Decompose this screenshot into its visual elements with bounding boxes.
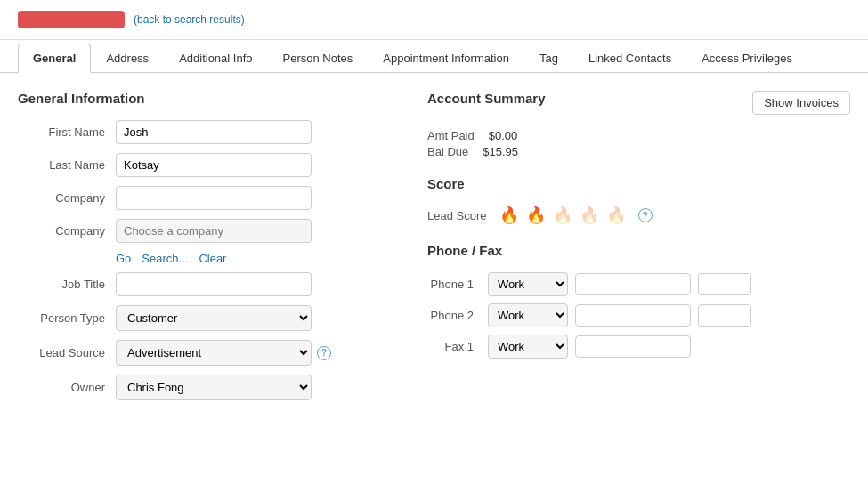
phone-2-type-select[interactable]: Work Home Mobile Fax Other bbox=[488, 303, 568, 327]
tab-general[interactable]: General bbox=[18, 44, 91, 73]
bal-due-value: $15.95 bbox=[483, 145, 518, 158]
tab-appointment-information[interactable]: Appointment Information bbox=[368, 44, 524, 73]
lead-source-help-icon[interactable]: ? bbox=[317, 346, 331, 360]
person-type-row: Person Type Customer Prospect Vendor Par… bbox=[18, 305, 392, 331]
tab-address[interactable]: Address bbox=[91, 44, 164, 73]
company-search-link[interactable]: Search... bbox=[142, 252, 188, 265]
flame-1[interactable]: 🔥 bbox=[499, 206, 519, 225]
owner-select[interactable]: Chris Fong bbox=[116, 375, 312, 400]
fax-1-label: Fax 1 bbox=[427, 340, 481, 353]
lead-score-row: Lead Score 🔥 🔥 🔥 🔥 🔥 ? bbox=[427, 206, 850, 225]
score-section: Score Lead Score 🔥 🔥 🔥 🔥 🔥 ? bbox=[427, 176, 850, 225]
amt-paid-row: Amt Paid $0.00 bbox=[427, 129, 850, 142]
left-panel: General Information First Name Last Name… bbox=[18, 91, 392, 409]
show-invoices-button[interactable]: Show Invoices bbox=[752, 91, 850, 115]
phone-fax-title: Phone / Fax bbox=[427, 243, 850, 258]
company-chooser[interactable]: Choose a company bbox=[116, 219, 312, 243]
tab-person-notes[interactable]: Person Notes bbox=[268, 44, 369, 73]
score-title: Score bbox=[427, 176, 850, 191]
phone-1-number-input[interactable] bbox=[575, 273, 691, 295]
first-name-input[interactable] bbox=[116, 120, 312, 144]
flame-4[interactable]: 🔥 bbox=[580, 206, 599, 225]
company-text-input[interactable] bbox=[116, 186, 312, 210]
tab-access-privileges[interactable]: Access Privileges bbox=[686, 44, 807, 73]
company-clear-link[interactable]: Clear bbox=[199, 252, 226, 265]
first-name-label: First Name bbox=[18, 125, 116, 139]
lead-score-help-icon[interactable]: ? bbox=[638, 208, 653, 222]
flame-3[interactable]: 🔥 bbox=[553, 206, 572, 225]
amt-paid-label: Amt Paid bbox=[427, 129, 475, 142]
person-type-select[interactable]: Customer Prospect Vendor Partner Other bbox=[116, 305, 312, 331]
general-info-title: General Information bbox=[18, 91, 392, 106]
phone-1-type-select[interactable]: Work Home Mobile Fax Other bbox=[488, 272, 568, 296]
amt-paid-value: $0.00 bbox=[489, 129, 518, 142]
phone-1-row: Phone 1 Work Home Mobile Fax Other bbox=[427, 272, 850, 296]
job-title-label: Job Title bbox=[18, 278, 116, 291]
last-name-row: Last Name bbox=[18, 153, 392, 177]
tab-additional-info[interactable]: Additional Info bbox=[164, 44, 267, 73]
fax-1-row: Fax 1 Work Home Mobile Fax Other bbox=[427, 335, 850, 359]
tab-linked-contacts[interactable]: Linked Contacts bbox=[573, 44, 686, 73]
lead-source-select[interactable]: Advertisement Cold Call Email Referral W… bbox=[116, 340, 312, 366]
phone-fax-section: Phone / Fax Phone 1 Work Home Mobile Fax… bbox=[427, 243, 850, 359]
company-text-row: Company bbox=[18, 186, 392, 210]
phone-1-ext-input[interactable] bbox=[698, 273, 751, 295]
tabs-bar: General Address Additional Info Person N… bbox=[0, 44, 868, 73]
account-summary-header: Account Summary Show Invoices bbox=[427, 91, 850, 120]
company-chooser-row: Company Choose a company bbox=[18, 219, 392, 243]
tab-tag[interactable]: Tag bbox=[524, 44, 573, 73]
account-summary-title: Account Summary bbox=[427, 91, 546, 106]
right-panel: Account Summary Show Invoices Amt Paid $… bbox=[427, 91, 850, 409]
flame-5[interactable]: 🔥 bbox=[606, 206, 626, 225]
company-chooser-label: Company bbox=[18, 224, 116, 238]
flame-2[interactable]: 🔥 bbox=[526, 206, 546, 225]
account-table: Amt Paid $0.00 Bal Due $15.95 bbox=[427, 129, 850, 158]
owner-row: Owner Chris Fong bbox=[18, 375, 392, 400]
first-name-row: First Name bbox=[18, 120, 392, 144]
lead-source-label: Lead Source bbox=[18, 346, 116, 359]
phone-2-ext-input[interactable] bbox=[698, 304, 751, 327]
phone-2-row: Phone 2 Work Home Mobile Fax Other bbox=[427, 303, 850, 327]
phone-1-label: Phone 1 bbox=[427, 278, 481, 291]
job-title-input[interactable] bbox=[116, 272, 312, 296]
lead-score-label: Lead Score bbox=[427, 209, 487, 222]
bal-due-label: Bal Due bbox=[427, 145, 468, 158]
lead-source-row: Lead Source Advertisement Cold Call Emai… bbox=[18, 340, 392, 366]
company-text-label: Company bbox=[18, 191, 116, 205]
person-type-label: Person Type bbox=[18, 311, 116, 325]
phone-2-number-input[interactable] bbox=[575, 304, 691, 327]
fax-1-type-select[interactable]: Work Home Mobile Fax Other bbox=[488, 335, 568, 359]
owner-label: Owner bbox=[18, 381, 116, 394]
redacted-name bbox=[18, 11, 125, 28]
phone-2-label: Phone 2 bbox=[427, 309, 481, 322]
job-title-row: Job Title bbox=[18, 272, 392, 296]
fax-1-number-input[interactable] bbox=[575, 335, 691, 358]
main-content: General Information First Name Last Name… bbox=[0, 73, 868, 427]
bal-due-row: Bal Due $15.95 bbox=[427, 145, 850, 158]
back-to-search-link[interactable]: (back to search results) bbox=[134, 13, 245, 26]
last-name-input[interactable] bbox=[116, 153, 312, 177]
account-summary-section: Account Summary Show Invoices Amt Paid $… bbox=[427, 91, 850, 158]
company-links: Go Search... Clear bbox=[116, 252, 392, 265]
company-go-link[interactable]: Go bbox=[116, 252, 131, 265]
top-bar: (back to search results) bbox=[0, 0, 868, 40]
last-name-label: Last Name bbox=[18, 158, 116, 172]
